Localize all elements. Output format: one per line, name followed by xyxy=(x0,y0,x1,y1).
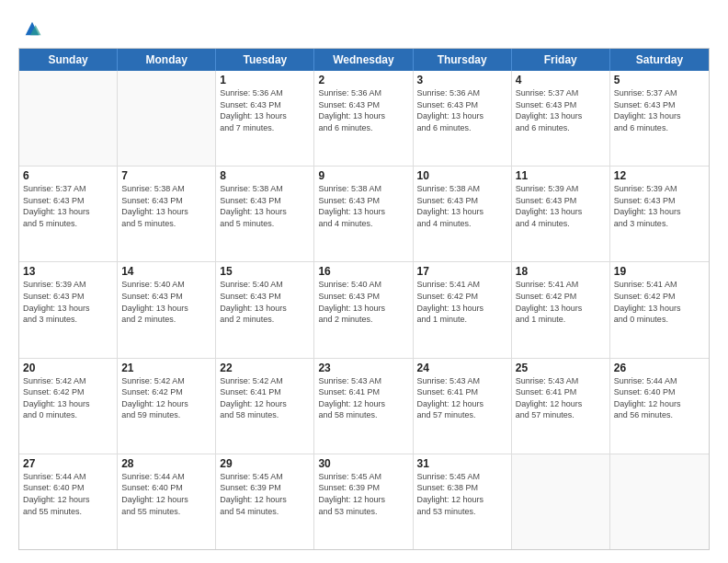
calendar-day-2: 2Sunrise: 5:36 AM Sunset: 6:43 PM Daylig… xyxy=(314,71,413,166)
calendar-week-2: 6Sunrise: 5:37 AM Sunset: 6:43 PM Daylig… xyxy=(19,167,709,262)
day-number: 31 xyxy=(417,457,507,470)
day-info: Sunrise: 5:36 AM Sunset: 6:43 PM Dayligh… xyxy=(318,87,408,133)
calendar-day-18: 18Sunrise: 5:41 AM Sunset: 6:42 PM Dayli… xyxy=(512,262,610,357)
calendar-day-23: 23Sunrise: 5:43 AM Sunset: 6:41 PM Dayli… xyxy=(314,359,413,454)
day-number: 11 xyxy=(516,169,606,182)
day-number: 20 xyxy=(23,362,113,374)
calendar-day-5: 5Sunrise: 5:37 AM Sunset: 6:43 PM Daylig… xyxy=(610,71,709,166)
calendar-day-1: 1Sunrise: 5:36 AM Sunset: 6:43 PM Daylig… xyxy=(216,71,314,166)
day-number: 4 xyxy=(516,74,606,86)
calendar-day-31: 31Sunrise: 5:45 AM Sunset: 6:38 PM Dayli… xyxy=(414,454,512,549)
day-number: 27 xyxy=(23,457,113,470)
header-day-monday: Monday xyxy=(118,49,216,71)
calendar-day-14: 14Sunrise: 5:40 AM Sunset: 6:43 PM Dayli… xyxy=(118,262,216,357)
day-info: Sunrise: 5:37 AM Sunset: 6:43 PM Dayligh… xyxy=(23,183,113,229)
day-number: 19 xyxy=(614,265,705,278)
calendar: SundayMondayTuesdayWednesdayThursdayFrid… xyxy=(18,48,710,550)
calendar-day-15: 15Sunrise: 5:40 AM Sunset: 6:43 PM Dayli… xyxy=(216,262,314,357)
calendar-day-9: 9Sunrise: 5:38 AM Sunset: 6:43 PM Daylig… xyxy=(314,167,413,261)
calendar-day-4: 4Sunrise: 5:37 AM Sunset: 6:43 PM Daylig… xyxy=(512,71,610,166)
day-info: Sunrise: 5:39 AM Sunset: 6:43 PM Dayligh… xyxy=(614,183,705,229)
calendar-day-3: 3Sunrise: 5:36 AM Sunset: 6:43 PM Daylig… xyxy=(414,71,512,166)
logo-icon xyxy=(22,18,42,39)
calendar-empty-cell xyxy=(19,71,118,166)
day-number: 17 xyxy=(417,265,507,278)
day-info: Sunrise: 5:43 AM Sunset: 6:41 PM Dayligh… xyxy=(417,375,507,421)
header-day-wednesday: Wednesday xyxy=(314,49,413,71)
day-info: Sunrise: 5:37 AM Sunset: 6:43 PM Dayligh… xyxy=(516,87,606,133)
day-info: Sunrise: 5:45 AM Sunset: 6:39 PM Dayligh… xyxy=(318,471,408,517)
calendar-empty-cell xyxy=(118,71,216,166)
day-number: 18 xyxy=(516,265,606,278)
header-day-sunday: Sunday xyxy=(19,49,118,71)
calendar-day-21: 21Sunrise: 5:42 AM Sunset: 6:42 PM Dayli… xyxy=(118,359,216,454)
day-info: Sunrise: 5:45 AM Sunset: 6:38 PM Dayligh… xyxy=(417,471,507,517)
calendar-day-6: 6Sunrise: 5:37 AM Sunset: 6:43 PM Daylig… xyxy=(19,167,118,261)
day-info: Sunrise: 5:38 AM Sunset: 6:43 PM Dayligh… xyxy=(417,183,507,229)
day-number: 21 xyxy=(121,362,211,374)
page: SundayMondayTuesdayWednesdayThursdayFrid… xyxy=(0,0,728,563)
header-day-saturday: Saturday xyxy=(610,49,709,71)
calendar-day-24: 24Sunrise: 5:43 AM Sunset: 6:41 PM Dayli… xyxy=(414,359,512,454)
calendar-day-12: 12Sunrise: 5:39 AM Sunset: 6:43 PM Dayli… xyxy=(610,167,709,261)
day-info: Sunrise: 5:38 AM Sunset: 6:43 PM Dayligh… xyxy=(121,183,211,229)
day-number: 25 xyxy=(516,362,606,374)
calendar-day-17: 17Sunrise: 5:41 AM Sunset: 6:42 PM Dayli… xyxy=(414,262,512,357)
day-info: Sunrise: 5:41 AM Sunset: 6:42 PM Dayligh… xyxy=(516,279,606,325)
day-number: 7 xyxy=(121,169,211,182)
day-number: 12 xyxy=(614,169,705,182)
calendar-day-29: 29Sunrise: 5:45 AM Sunset: 6:39 PM Dayli… xyxy=(216,454,314,549)
calendar-header: SundayMondayTuesdayWednesdayThursdayFrid… xyxy=(19,49,709,71)
calendar-week-3: 13Sunrise: 5:39 AM Sunset: 6:43 PM Dayli… xyxy=(19,262,709,358)
day-info: Sunrise: 5:44 AM Sunset: 6:40 PM Dayligh… xyxy=(614,375,705,421)
day-info: Sunrise: 5:45 AM Sunset: 6:39 PM Dayligh… xyxy=(220,471,310,517)
calendar-day-10: 10Sunrise: 5:38 AM Sunset: 6:43 PM Dayli… xyxy=(414,167,512,261)
calendar-day-28: 28Sunrise: 5:44 AM Sunset: 6:40 PM Dayli… xyxy=(118,454,216,549)
day-info: Sunrise: 5:42 AM Sunset: 6:42 PM Dayligh… xyxy=(121,375,211,421)
day-number: 2 xyxy=(318,74,408,86)
calendar-day-16: 16Sunrise: 5:40 AM Sunset: 6:43 PM Dayli… xyxy=(314,262,413,357)
day-number: 22 xyxy=(220,362,310,374)
calendar-day-20: 20Sunrise: 5:42 AM Sunset: 6:42 PM Dayli… xyxy=(19,359,118,454)
day-number: 5 xyxy=(614,74,705,86)
day-number: 23 xyxy=(318,362,408,374)
day-info: Sunrise: 5:36 AM Sunset: 6:43 PM Dayligh… xyxy=(220,87,310,133)
day-number: 26 xyxy=(614,362,705,374)
day-info: Sunrise: 5:43 AM Sunset: 6:41 PM Dayligh… xyxy=(516,375,606,421)
day-number: 13 xyxy=(23,265,113,278)
day-info: Sunrise: 5:44 AM Sunset: 6:40 PM Dayligh… xyxy=(121,471,211,517)
day-number: 14 xyxy=(121,265,211,278)
day-info: Sunrise: 5:40 AM Sunset: 6:43 PM Dayligh… xyxy=(318,279,408,325)
day-info: Sunrise: 5:37 AM Sunset: 6:43 PM Dayligh… xyxy=(614,87,705,133)
day-number: 10 xyxy=(417,169,507,182)
day-info: Sunrise: 5:39 AM Sunset: 6:43 PM Dayligh… xyxy=(23,279,113,325)
calendar-week-4: 20Sunrise: 5:42 AM Sunset: 6:42 PM Dayli… xyxy=(19,359,709,454)
day-info: Sunrise: 5:42 AM Sunset: 6:41 PM Dayligh… xyxy=(220,375,310,421)
day-info: Sunrise: 5:38 AM Sunset: 6:43 PM Dayligh… xyxy=(220,183,310,229)
day-info: Sunrise: 5:44 AM Sunset: 6:40 PM Dayligh… xyxy=(23,471,113,517)
calendar-day-7: 7Sunrise: 5:38 AM Sunset: 6:43 PM Daylig… xyxy=(118,167,216,261)
day-number: 6 xyxy=(23,169,113,182)
day-info: Sunrise: 5:40 AM Sunset: 6:43 PM Dayligh… xyxy=(121,279,211,325)
header-day-tuesday: Tuesday xyxy=(216,49,314,71)
day-number: 30 xyxy=(318,457,408,470)
calendar-day-13: 13Sunrise: 5:39 AM Sunset: 6:43 PM Dayli… xyxy=(19,262,118,357)
logo xyxy=(18,17,42,39)
calendar-week-1: 1Sunrise: 5:36 AM Sunset: 6:43 PM Daylig… xyxy=(19,71,709,167)
calendar-empty-cell xyxy=(512,454,610,549)
calendar-empty-cell xyxy=(610,454,709,549)
calendar-day-27: 27Sunrise: 5:44 AM Sunset: 6:40 PM Dayli… xyxy=(19,454,118,549)
day-number: 8 xyxy=(220,169,310,182)
day-info: Sunrise: 5:42 AM Sunset: 6:42 PM Dayligh… xyxy=(23,375,113,421)
day-info: Sunrise: 5:43 AM Sunset: 6:41 PM Dayligh… xyxy=(318,375,408,421)
day-info: Sunrise: 5:40 AM Sunset: 6:43 PM Dayligh… xyxy=(220,279,310,325)
day-number: 16 xyxy=(318,265,408,278)
calendar-day-25: 25Sunrise: 5:43 AM Sunset: 6:41 PM Dayli… xyxy=(512,359,610,454)
calendar-day-19: 19Sunrise: 5:41 AM Sunset: 6:42 PM Dayli… xyxy=(610,262,709,357)
day-info: Sunrise: 5:39 AM Sunset: 6:43 PM Dayligh… xyxy=(516,183,606,229)
day-number: 24 xyxy=(417,362,507,374)
day-number: 15 xyxy=(220,265,310,278)
day-number: 28 xyxy=(121,457,211,470)
day-number: 3 xyxy=(417,74,507,86)
day-info: Sunrise: 5:41 AM Sunset: 6:42 PM Dayligh… xyxy=(417,279,507,325)
